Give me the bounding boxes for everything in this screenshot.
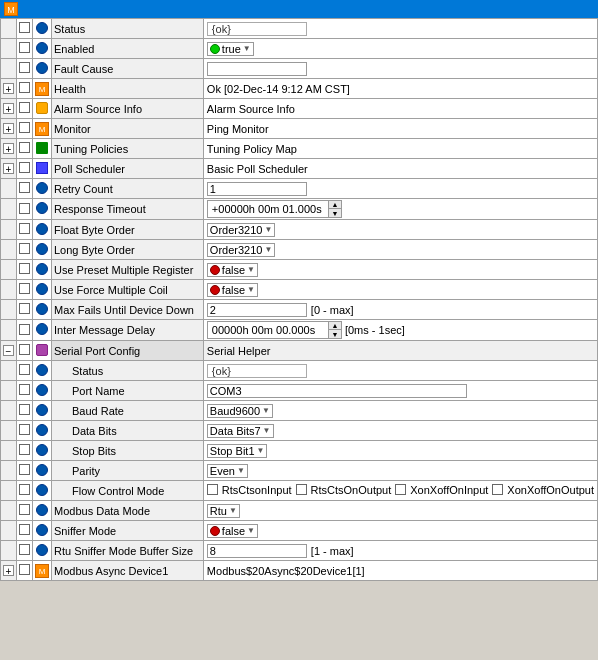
led-dropdown[interactable]: false▼ [207,263,258,277]
spin-down-button[interactable]: ▼ [329,209,341,217]
flow-control-option[interactable]: RtsCtsonInput [207,484,292,496]
expand-button[interactable]: + [3,83,14,94]
property-label: Rtu Sniffer Mode Buffer Size [54,545,193,557]
expand-button[interactable]: + [3,123,14,134]
dropdown[interactable]: Order3210▼ [207,243,276,257]
checkbox[interactable] [19,564,30,575]
flow-control-option[interactable]: RtsCtsOnOutput [296,484,392,496]
range-label: [0 - max] [311,304,354,316]
checkbox[interactable] [19,303,30,314]
table-row: Enabledtrue▼ [1,39,598,59]
collapse-button[interactable]: − [3,345,14,356]
checkbox[interactable] [19,243,30,254]
circle-blue-icon [36,484,48,496]
checkbox[interactable] [19,344,30,355]
led-dropdown[interactable]: false▼ [207,283,258,297]
led-dropdown[interactable]: true▼ [207,42,254,56]
table-row: Modbus Data ModeRtu▼ [1,501,598,521]
table-row: Use Force Multiple Coilfalse▼ [1,280,598,300]
property-label: Baud Rate [72,405,124,417]
text-input[interactable] [207,182,307,196]
property-label: Long Byte Order [54,244,135,256]
property-label: Status [54,23,85,35]
dropdown-value: Order3210 [210,244,263,256]
flow-control-option[interactable]: XonXoffOnOutput [492,484,594,496]
dropdown[interactable]: Order3210▼ [207,223,276,237]
range-label: [1 - max] [311,545,354,557]
checkbox[interactable] [19,203,30,214]
checkbox[interactable] [19,424,30,435]
circle-blue-icon [36,323,48,335]
checkbox[interactable] [19,524,30,535]
expand-button[interactable]: + [3,103,14,114]
option-label: XonXoffOnOutput [507,484,594,496]
checkbox[interactable] [19,404,30,415]
option-checkbox[interactable] [492,484,503,495]
property-label: Float Byte Order [54,224,135,236]
dropdown[interactable]: Stop Bit1▼ [207,444,268,458]
chevron-down-icon: ▼ [262,406,270,415]
flow-control-option[interactable]: XonXoffOnInput [395,484,488,496]
checkbox[interactable] [19,42,30,53]
dropdown-value: Baud9600 [210,405,260,417]
checkbox[interactable] [19,504,30,515]
led-dropdown[interactable]: false▼ [207,524,258,538]
dropdown[interactable]: Rtu▼ [207,504,240,518]
property-label: Data Bits [72,425,117,437]
option-label: RtsCtsOnOutput [311,484,392,496]
checkbox[interactable] [19,263,30,274]
text-input-range[interactable] [207,303,307,317]
table-row: +Poll SchedulerBasic Poll Scheduler [1,159,598,179]
checkbox[interactable] [19,122,30,133]
chevron-down-icon: ▼ [247,285,255,294]
dropdown[interactable]: Data Bits7▼ [207,424,274,438]
text-input[interactable] [207,62,307,76]
dropdown[interactable]: Even▼ [207,464,248,478]
checkbox[interactable] [19,62,30,73]
property-label: Status [72,365,103,377]
table-row: +Tuning PoliciesTuning Policy Map [1,139,598,159]
option-checkbox[interactable] [207,484,218,495]
checkbox[interactable] [19,324,30,335]
checkbox[interactable] [19,364,30,375]
checkbox[interactable] [19,384,30,395]
option-checkbox[interactable] [395,484,406,495]
expand-button[interactable]: + [3,163,14,174]
checkbox[interactable] [19,544,30,555]
checkbox[interactable] [19,22,30,33]
expand-button[interactable]: + [3,565,14,576]
range-label: [0ms - 1sec] [342,324,405,336]
checkbox[interactable] [19,82,30,93]
checkbox[interactable] [19,484,30,495]
option-label: XonXoffOnInput [410,484,488,496]
table-row: Fault Cause [1,59,598,79]
led-dropdown-wrap: true▼ [207,44,254,56]
circle-blue-icon [36,544,48,556]
dropdown-value: Data Bits7 [210,425,261,437]
dropdown-value: Rtu [210,505,227,517]
checkbox[interactable] [19,444,30,455]
spin-up-button[interactable]: ▲ [329,201,341,209]
property-label: Serial Port Config [54,345,140,357]
checkbox[interactable] [19,102,30,113]
checkbox[interactable] [19,162,30,173]
arrow-icon [36,142,48,154]
checkbox[interactable] [19,223,30,234]
checkbox[interactable] [19,283,30,294]
checkbox[interactable] [19,182,30,193]
table-row: Data BitsData Bits7▼ [1,421,598,441]
table-row: Retry Count [1,179,598,199]
text-input-wide[interactable] [207,384,467,398]
circle-blue-icon [36,283,48,295]
circle-blue-icon [36,223,48,235]
property-label: Poll Scheduler [54,163,125,175]
checkbox[interactable] [19,464,30,475]
spin-down-button[interactable]: ▼ [329,330,341,338]
chevron-down-icon: ▼ [264,245,272,254]
dropdown[interactable]: Baud9600▼ [207,404,273,418]
expand-button[interactable]: + [3,143,14,154]
option-checkbox[interactable] [296,484,307,495]
checkbox[interactable] [19,142,30,153]
spin-up-button[interactable]: ▲ [329,322,341,330]
text-input-range[interactable] [207,544,307,558]
